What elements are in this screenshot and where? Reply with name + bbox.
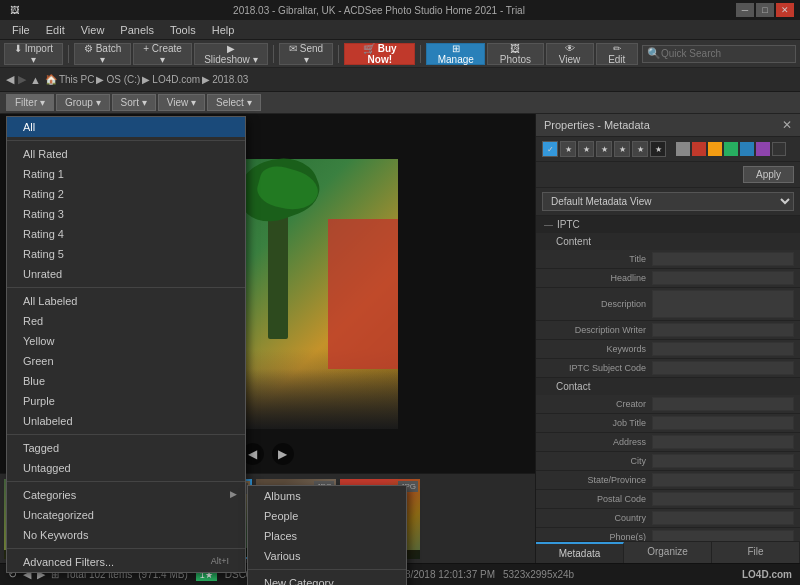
photos-button[interactable]: 🖼 Photos [487, 43, 543, 65]
filter-blue[interactable]: Blue [7, 371, 245, 391]
iptc-subject-input[interactable] [652, 361, 794, 375]
postal-label: Postal Code [542, 494, 652, 504]
path-this-pc[interactable]: This PC [59, 74, 95, 85]
filter-button[interactable]: Filter ▾ [6, 94, 54, 111]
filter-no-keywords[interactable]: No Keywords [7, 525, 245, 545]
filter-all-rated[interactable]: All Rated [7, 144, 245, 164]
back-icon[interactable]: ◀ [6, 73, 14, 86]
path-lo4d[interactable]: LO4D.com [152, 74, 200, 85]
filter-unlabeled[interactable]: Unlabeled [7, 411, 245, 431]
slideshow-button[interactable]: ▶ Slideshow ▾ [194, 43, 268, 65]
filter-advanced[interactable]: Advanced Filters... Alt+I [7, 552, 245, 572]
city-input[interactable] [652, 454, 794, 468]
cat-various[interactable]: Various [248, 546, 406, 566]
filter-red[interactable]: Red [7, 311, 245, 331]
headline-input[interactable] [652, 271, 794, 285]
close-button[interactable]: ✕ [776, 3, 794, 17]
desc-writer-input[interactable] [652, 323, 794, 337]
filter-rating-5[interactable]: Rating 5 [7, 244, 245, 264]
minimize-button[interactable]: ─ [736, 3, 754, 17]
filter-rating-4[interactable]: Rating 4 [7, 224, 245, 244]
filter-categories[interactable]: Categories Albums People Places Various … [7, 485, 245, 505]
star-2[interactable]: ★ [578, 141, 594, 157]
menu-edit[interactable]: Edit [38, 22, 73, 38]
color-gray[interactable] [676, 142, 690, 156]
filter-tagged[interactable]: Tagged [7, 438, 245, 458]
path-folder[interactable]: 2018.03 [212, 74, 248, 85]
quick-search-box[interactable]: 🔍 [642, 45, 796, 63]
menu-help[interactable]: Help [204, 22, 243, 38]
manage-button[interactable]: ⊞ Manage [426, 43, 485, 65]
send-button[interactable]: ✉ Send ▾ [279, 43, 334, 65]
filter-yellow[interactable]: Yellow [7, 331, 245, 351]
group-button[interactable]: Group ▾ [56, 94, 110, 111]
color-blue[interactable] [740, 142, 754, 156]
filter-all[interactable]: All [7, 117, 245, 137]
filter-green[interactable]: Green [7, 351, 245, 371]
import-button[interactable]: ⬇ Import ▾ [4, 43, 63, 65]
forward-icon[interactable]: ▶ [18, 73, 26, 86]
menu-file[interactable]: File [4, 22, 38, 38]
country-input[interactable] [652, 511, 794, 525]
filter-rating-2[interactable]: Rating 2 [7, 184, 245, 204]
desc-writer-row: Description Writer [536, 321, 800, 340]
address-input[interactable] [652, 435, 794, 449]
star-4[interactable]: ★ [614, 141, 630, 157]
create-button[interactable]: + Create ▾ [133, 43, 192, 65]
phones-input[interactable] [652, 530, 794, 541]
filter-unrated[interactable]: Unrated [7, 264, 245, 284]
buy-now-button[interactable]: 🛒 Buy Now! [344, 43, 415, 65]
cat-albums[interactable]: Albums [248, 486, 406, 506]
color-red[interactable] [692, 142, 706, 156]
creator-input[interactable] [652, 397, 794, 411]
filter-rating-1[interactable]: Rating 1 [7, 164, 245, 184]
filter-purple[interactable]: Purple [7, 391, 245, 411]
menu-panels[interactable]: Panels [112, 22, 162, 38]
menu-tools[interactable]: Tools [162, 22, 204, 38]
description-input[interactable] [652, 290, 794, 318]
filter-all-labeled[interactable]: All Labeled [7, 291, 245, 311]
state-input[interactable] [652, 473, 794, 487]
edit-button[interactable]: ✏ Edit [596, 43, 638, 65]
up-icon[interactable]: ▲ [30, 74, 41, 86]
iptc-collapse-icon[interactable]: — [544, 220, 553, 230]
cat-people[interactable]: People [248, 506, 406, 526]
sort-button[interactable]: Sort ▾ [112, 94, 156, 111]
select-button[interactable]: Select ▾ [207, 94, 261, 111]
iptc-label: IPTC [557, 219, 580, 230]
next-arrow[interactable]: ▶ [272, 443, 294, 465]
metadata-tab[interactable]: Metadata [536, 542, 624, 563]
title-input[interactable] [652, 252, 794, 266]
quick-search-input[interactable] [661, 48, 791, 59]
color-green[interactable] [724, 142, 738, 156]
menu-view[interactable]: View [73, 22, 113, 38]
star-1[interactable]: ★ [560, 141, 576, 157]
path-os-c[interactable]: OS (C:) [106, 74, 140, 85]
star-3[interactable]: ★ [596, 141, 612, 157]
window-controls[interactable]: ─ □ ✕ [736, 3, 794, 17]
color-purple[interactable] [756, 142, 770, 156]
job-title-input[interactable] [652, 416, 794, 430]
filter-uncategorized[interactable]: Uncategorized [7, 505, 245, 525]
batch-button[interactable]: ⚙ Batch ▾ [74, 43, 131, 65]
filter-rating-3[interactable]: Rating 3 [7, 204, 245, 224]
postal-input[interactable] [652, 492, 794, 506]
organize-tab[interactable]: Organize [624, 542, 712, 563]
filter-untagged[interactable]: Untagged [7, 458, 245, 478]
star-5[interactable]: ★ [632, 141, 648, 157]
metadata-view-dropdown[interactable]: Default Metadata View [542, 192, 794, 211]
cat-places[interactable]: Places [248, 526, 406, 546]
cat-new[interactable]: New Category [248, 573, 406, 585]
contact-header: Contact [536, 378, 800, 395]
view-filter-button[interactable]: View ▾ [158, 94, 205, 111]
keywords-input[interactable] [652, 342, 794, 356]
rating-checkbox[interactable]: ✓ [542, 141, 558, 157]
file-tab[interactable]: File [712, 542, 800, 563]
apply-button[interactable]: Apply [743, 166, 794, 183]
properties-close-button[interactable]: ✕ [782, 118, 792, 132]
color-dark[interactable] [772, 142, 786, 156]
star-dark[interactable]: ★ [650, 141, 666, 157]
maximize-button[interactable]: □ [756, 3, 774, 17]
view-button[interactable]: 👁 View [546, 43, 594, 65]
color-yellow[interactable] [708, 142, 722, 156]
